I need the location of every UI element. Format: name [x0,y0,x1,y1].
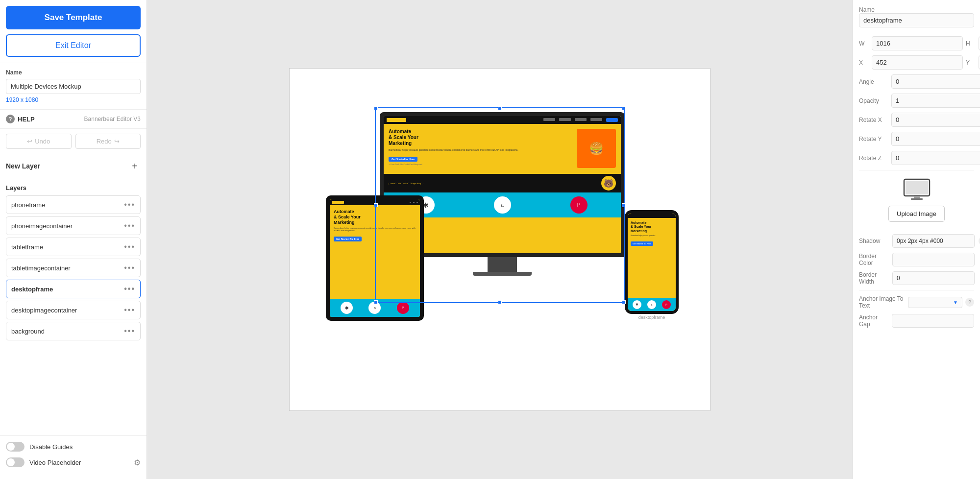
monitor-stand [488,257,517,272]
handle-tm[interactable] [498,106,502,110]
tablet-bottom: ✱ a P [330,299,420,317]
upload-image-button[interactable]: Upload Image [888,206,945,222]
left-panel: Save Template Exit Editor Name 1920 x 10… [0,0,147,479]
border-width-label: Border Width [859,271,888,285]
phone-badge-1: ✱ [633,300,641,309]
w-input[interactable] [872,36,963,50]
phone-screen: Automate& Scale YourMarketing Bannerbear… [628,213,676,311]
anchor-gap-input[interactable] [892,314,974,328]
handle-tl[interactable] [374,106,378,110]
video-placeholder-toggle[interactable] [6,457,24,467]
site-cta-btn: Get Started for Free [389,157,417,162]
tablet-nav-items [410,202,418,203]
angle-input[interactable] [891,74,980,89]
w-label: W [859,40,869,47]
disable-guides-row: Disable Guides [6,442,141,452]
svg-rect-1 [906,181,928,194]
site-nav-items [543,118,618,122]
shadow-input[interactable] [892,234,975,248]
x-input[interactable] [872,55,963,70]
shadow-row: Shadow ? [859,234,974,248]
handle-tr[interactable] [622,106,626,110]
layer-item-tabletframe[interactable]: tabletframe ••• [6,238,141,256]
tablet: Automate& Scale YourMarketing Bannerbear… [326,195,424,321]
toggle-knob [7,443,15,451]
redo-button[interactable]: Redo ↪ [75,134,141,149]
website-content-phone: Automate& Scale YourMarketing Bannerbear… [628,213,676,311]
border-color-input[interactable] [892,253,975,266]
xy-row: X Y [859,55,974,70]
name-section: Name 1920 x 1080 [0,63,147,110]
layer-name: tabletframe [11,243,43,251]
rotatey-input[interactable] [891,132,980,146]
angle-label: Angle [859,78,888,85]
layer-name: desktopimagecontainer [11,307,77,314]
rotatez-row: Rotate Z [859,151,974,165]
phone: Automate& Scale YourMarketing Bannerbear… [625,210,679,320]
layer-item-desktopframe[interactable]: desktopframe ••• [6,280,141,298]
nav-item [590,118,602,121]
rotatex-label: Rotate X [859,117,888,123]
layer-name: desktopframe [11,286,53,293]
exit-editor-button[interactable]: Exit Editor [6,34,141,57]
anchor-info-icon[interactable]: ? [965,298,974,307]
rotatex-input[interactable] [891,113,980,127]
layer-item-desktopimagecontainer[interactable]: desktopimagecontainer ••• [6,301,141,319]
upload-image-wrap: Upload Image [859,206,974,222]
layer-menu-icon[interactable]: ••• [124,285,135,293]
undo-arrow-icon: ↩ [27,138,32,145]
nav-item [559,118,571,121]
tablet-badge-3: P [397,302,409,314]
layer-item-phoneimagecontainer[interactable]: phoneimagecontainer ••• [6,216,141,235]
rotatez-input[interactable] [891,151,980,165]
name-input[interactable] [6,79,141,94]
help-left: ? HELP [6,115,35,123]
anchor-gap-label: Anchor Gap [859,314,889,328]
layer-name: phoneframe [11,201,45,209]
phone-badge-2: a [647,300,656,309]
name-prop-input[interactable] [859,13,974,27]
layer-name: phoneimagecontainer [11,222,73,230]
name-label: Name [6,69,141,76]
layer-menu-icon[interactable]: ••• [124,327,135,335]
disable-guides-toggle[interactable] [6,442,24,452]
undo-label: Undo [35,138,50,145]
rotatey-row: Rotate Y [859,132,974,146]
layer-menu-icon[interactable]: ••• [124,263,135,272]
opacity-input[interactable] [891,94,980,108]
layer-item-background[interactable]: background ••• [6,322,141,340]
website-content-tablet: Automate& Scale YourMarketing Bannerbear… [330,199,420,317]
handle-bm[interactable] [498,300,502,304]
dot [410,202,411,203]
canvas-area[interactable]: Automate& Scale YourMarketing Bannerbear… [289,68,710,411]
layer-menu-icon[interactable]: ••• [124,242,135,251]
undo-button[interactable]: ↩ Undo [6,134,72,149]
border-width-input[interactable] [892,271,975,285]
layer-item-tabletimagecontainer[interactable]: tabletimagecontainer ••• [6,259,141,277]
layer-menu-icon[interactable]: ••• [124,200,135,209]
nav-item [575,118,587,121]
site-hero-image: 🍔 [577,129,616,168]
border-color-row: Border Color [859,253,974,266]
help-icon: ? [6,115,15,123]
phone-nav [628,213,676,218]
layer-menu-icon[interactable]: ••• [124,221,135,230]
svg-rect-3 [911,198,923,200]
new-layer-row: New Layer + [0,154,147,178]
angle-row: Angle [859,74,974,89]
anchor-image-to-text-dropdown[interactable]: ▼ [908,297,963,308]
add-layer-button[interactable]: + [129,160,141,172]
toggle-knob [7,458,15,466]
save-template-button[interactable]: Save Template [6,6,141,29]
center-canvas-panel: Automate& Scale YourMarketing Bannerbear… [147,0,853,479]
video-placeholder-gear-button[interactable]: ⚙ [134,458,141,467]
tablet-cta: Get Started for Free [334,237,362,241]
layer-menu-icon[interactable]: ••• [124,306,135,314]
top-actions: Save Template Exit Editor [0,0,147,63]
site-trial-text: ✓ Free Trial · No Credit Card Required [389,163,573,166]
anchor-gap-row: Anchor Gap [859,314,974,328]
chevron-down-icon: ▼ [953,300,958,305]
layer-item-phoneframe[interactable]: phoneframe ••• [6,195,141,214]
phone-label: desktopframe [625,315,679,320]
svg-rect-2 [914,196,920,198]
